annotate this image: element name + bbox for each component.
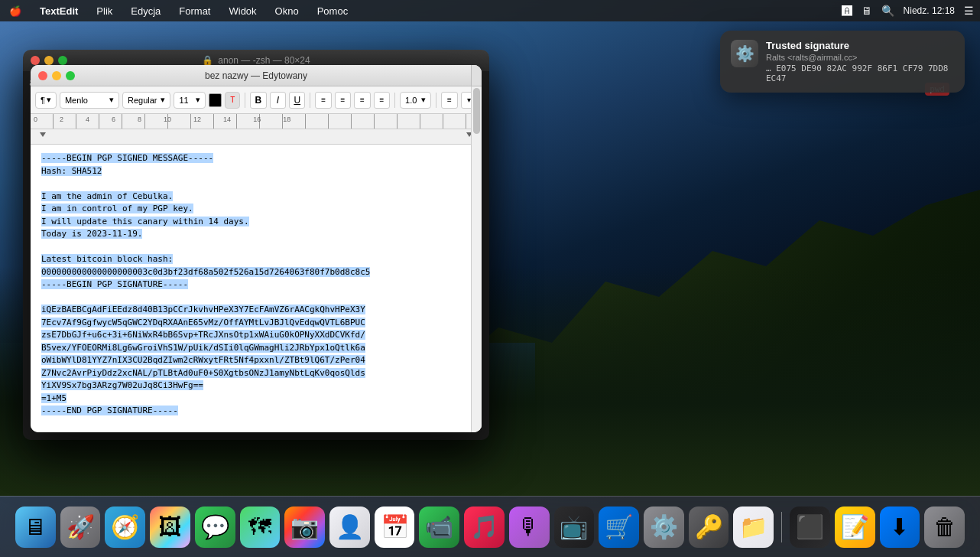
textedit-window: bez nazwy — Edytowany ¶ ▾ Menlo ▾ Regula… [31, 65, 482, 432]
text-color-swatch[interactable] [209, 93, 222, 107]
textedit-content[interactable]: -----BEGIN PGP SIGNED MESSAGE----- Hash:… [31, 145, 482, 432]
font-size-value: 11 [179, 96, 188, 105]
align-right-button[interactable]: ≡ [354, 92, 370, 109]
textedit-title: bez nazwy — Edytowany [205, 70, 307, 81]
font-style-value: Regular [128, 96, 157, 105]
trusted-signature-notification: ⚙️ Trusted signature Ralts <ralts@airmai… [720, 31, 965, 93]
notification-body: … E075 DE90 82AC 992F 86F1 CF79 7DD8 EC4… [766, 64, 954, 83]
scrollbar-area[interactable] [471, 65, 482, 86]
font-family-selector[interactable]: Menlo ▾ [60, 92, 119, 109]
menubar: 🍎 TextEdit Plik Edycja Format Widok Okno… [0, 0, 980, 21]
menubar-left: 🍎 TextEdit Plik Edycja Format Widok Okno… [6, 4, 842, 18]
dock-icon-apple-tv[interactable]: 📺 [554, 507, 595, 548]
textedit-titlebar: bez nazwy — Edytowany [31, 65, 482, 86]
dock-icon-launchpad[interactable]: 🚀 [60, 507, 101, 548]
scrollbar-track[interactable] [471, 86, 482, 432]
dock-icon-photos[interactable]: 🖼 [150, 507, 190, 548]
toolbar-separator-1 [245, 93, 245, 108]
paragraph-icon: ¶ [41, 96, 45, 105]
dock-icon-contacts[interactable]: 👤 [329, 507, 370, 548]
notification-source: Ralts <ralts@airmail.cc> [766, 53, 954, 62]
terminal-title-text: anon — -zsh — 80×24 [218, 55, 310, 66]
display-icon[interactable]: 🖥 [862, 5, 872, 17]
font-style-chevron: ▾ [161, 95, 165, 105]
terminal-close-button[interactable] [31, 56, 40, 65]
paragraph-style-button[interactable]: ¶ ▾ [35, 92, 57, 109]
terminal-title: 🔒 anon — -zsh — 80×24 [202, 55, 310, 66]
dock-icon-messages[interactable]: 💬 [195, 507, 235, 548]
menu-pomoc[interactable]: Pomoc [314, 4, 351, 18]
menu-plik[interactable]: Plik [93, 4, 115, 18]
font-size-selector[interactable]: 11 ▾ [174, 92, 205, 109]
align-left-button[interactable]: ≡ [315, 92, 331, 109]
notification-title: Trusted signature [766, 40, 954, 51]
dock-icon-calendar[interactable]: 📅 [375, 507, 415, 548]
dock-icon-facetime[interactable]: 📹 [419, 507, 459, 548]
line-spacing-chevron: ▾ [421, 95, 426, 105]
dock-icon-app-store[interactable]: 🛒 [599, 507, 639, 548]
font-family-chevron: ▾ [109, 95, 114, 105]
paragraph-ruler [31, 129, 482, 145]
dock-icon-safari[interactable]: 🧭 [105, 507, 145, 548]
ruler-numbers: 024681012141618 [34, 116, 290, 123]
dock-separator [781, 512, 782, 542]
font-size-chevron: ▾ [196, 95, 200, 105]
menu-widok[interactable]: Widok [226, 4, 259, 18]
menubar-right: 🅰 🖥 🔍 Niedz. 12:18 ☰ [842, 5, 974, 17]
bold-button[interactable]: B [250, 92, 266, 109]
toolbar-separator-3 [394, 93, 395, 108]
paragraph-chevron: ▾ [47, 95, 51, 105]
list-style-button[interactable]: ≡ [441, 92, 457, 109]
italic-button[interactable]: I [270, 92, 286, 109]
dock-icon-photos-library[interactable]: 📷 [284, 507, 325, 548]
menu-okno[interactable]: Okno [272, 4, 302, 18]
left-indent-marker[interactable] [40, 132, 46, 137]
menu-edycja[interactable]: Edycja [128, 4, 164, 18]
dock-icon-terminal[interactable]: ⬛ [790, 507, 830, 548]
cliff-decoration [445, 190, 980, 496]
textedit-minimize-button[interactable] [52, 71, 61, 80]
font-family-value: Menlo [65, 96, 88, 105]
line-spacing-value: 1.0 [405, 96, 417, 105]
line-spacing-selector[interactable]: 1.0 ▾ [400, 92, 431, 109]
dock-icon-downloads[interactable]: ⬇ [880, 507, 920, 548]
align-justify-button[interactable]: ≡ [374, 92, 390, 109]
textedit-maximize-button[interactable] [66, 71, 75, 80]
dock-icon-keychain[interactable]: 🔑 [689, 507, 729, 548]
special-format-button[interactable]: T [225, 92, 240, 109]
dock-icon-trash[interactable]: 🗑 [924, 507, 965, 548]
dock-icon-notes[interactable]: 📝 [835, 507, 875, 548]
notification-app-icon: ⚙️ [731, 40, 758, 67]
scrollbar-thumb[interactable] [473, 88, 480, 134]
textedit-close-button[interactable] [38, 71, 47, 80]
app-name-menu[interactable]: TextEdit [37, 4, 81, 18]
dock-icon-maps[interactable]: 🗺 [240, 507, 281, 548]
terminal-lock-icon: 🔒 [202, 55, 213, 66]
terminal-minimize-button[interactable] [44, 56, 54, 65]
terminal-maximize-button[interactable] [58, 56, 67, 65]
toolbar-separator-4 [436, 93, 436, 108]
notification-content: Trusted signature Ralts <ralts@airmail.c… [766, 40, 954, 83]
dock-icon-podcasts[interactable]: 🎙 [509, 507, 550, 548]
dock-icon-finder[interactable]: 📁 [733, 507, 774, 548]
dock-icon-music[interactable]: 🎵 [464, 507, 505, 548]
textedit-toolbar: ¶ ▾ Menlo ▾ Regular ▾ 11 ▾ T B I U ≡ ≡ ≡ [31, 86, 482, 114]
ruler: 024681012141618 [31, 114, 482, 129]
textedit-title-text: bez nazwy — Edytowany [205, 70, 307, 81]
underline-button[interactable]: U [289, 92, 305, 109]
toolbar-separator-2 [310, 93, 310, 108]
align-center-button[interactable]: ≡ [335, 92, 351, 109]
apple-menu[interactable]: 🍎 [6, 4, 24, 18]
clock-display: Niedz. 12:18 [904, 5, 955, 16]
search-icon[interactable]: 🔍 [881, 5, 894, 17]
dock-icon-system-preferences[interactable]: ⚙️ [644, 507, 684, 548]
dock: 🖥🚀🧭🖼💬🗺📷👤📅📹🎵🎙📺🛒⚙️🔑📁⬛📝⬇🗑 [0, 496, 980, 557]
menu-format[interactable]: Format [176, 4, 213, 18]
dock-icon-finder[interactable]: 🖥 [15, 507, 56, 548]
font-style-selector[interactable]: Regular ▾ [122, 92, 170, 109]
font-icon[interactable]: 🅰 [842, 5, 852, 17]
control-center-icon[interactable]: ☰ [964, 5, 974, 17]
